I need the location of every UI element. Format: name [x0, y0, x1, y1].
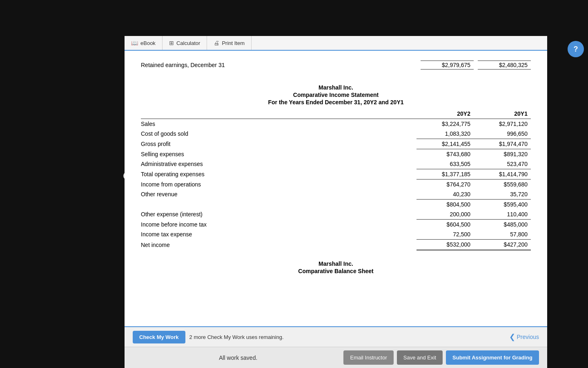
income-row-label-2: Gross profit: [141, 139, 416, 149]
help-button[interactable]: ?: [568, 41, 584, 57]
income-row-20y1-9: 110,400: [474, 209, 531, 220]
balance-company: Marshall Inc.: [141, 260, 531, 267]
footer-buttons: Email Instructor Save and Exit Submit As…: [343, 350, 539, 365]
retained-val-20y1: $2,480,325: [478, 61, 531, 70]
income-row-20y2-2: $2,141,455: [416, 139, 474, 149]
income-row-20y1-11: 57,800: [474, 229, 531, 240]
income-row-20y2-12: $532,000: [416, 240, 474, 250]
check-my-work-button[interactable]: Check My Work: [133, 331, 185, 343]
calculator-icon: ⊞: [169, 40, 174, 46]
income-row-20y2-10: $604,500: [416, 220, 474, 230]
content-area[interactable]: Retained earnings, December 31 $2,979,67…: [125, 51, 547, 326]
tab-ebook-label: eBook: [140, 40, 156, 46]
income-row-20y1-6: $559,680: [474, 180, 531, 190]
income-row-label-12: Net income: [141, 240, 416, 250]
print-icon: 🖨: [214, 40, 219, 46]
income-row-label-6: Income from operations: [141, 180, 416, 190]
tab-calculator[interactable]: ⊞ Calculator: [163, 36, 207, 50]
check-remaining-text: 2 more Check My Work uses remaining.: [189, 334, 284, 340]
income-row-20y2-6: $764,270: [416, 180, 474, 190]
income-row-20y2-8: $804,500: [416, 200, 474, 210]
submit-assignment-button[interactable]: Submit Assignment for Grading: [446, 350, 539, 365]
income-row-20y1-1: 996,650: [474, 129, 531, 139]
income-period: For the Years Ended December 31, 20Y2 an…: [141, 99, 531, 105]
col-header-20y2: 20Y2: [416, 109, 474, 119]
col-header-20y1: 20Y1: [474, 109, 531, 119]
income-row-20y1-4: 523,470: [474, 159, 531, 169]
save-exit-button[interactable]: Save and Exit: [397, 350, 443, 365]
retained-val-20y2: $2,979,675: [421, 61, 474, 70]
income-row-20y1-7: 35,720: [474, 189, 531, 200]
bottom-bar: Check My Work 2 more Check My Work uses …: [125, 326, 547, 347]
tab-print-label: Print Item: [222, 40, 245, 46]
footer-bar: All work saved. Email Instructor Save an…: [125, 347, 547, 368]
income-row-20y2-11: 72,500: [416, 229, 474, 240]
income-row-20y2-5: $1,377,185: [416, 169, 474, 180]
income-row-label-11: Income tax expense: [141, 229, 416, 240]
left-overlay: [0, 0, 125, 368]
footer-status: All work saved.: [133, 355, 343, 361]
email-instructor-button[interactable]: Email Instructor: [343, 350, 393, 365]
income-row-20y1-8: $595,400: [474, 200, 531, 210]
tab-calculator-label: Calculator: [176, 40, 200, 46]
income-row-label-5: Total operating expenses: [141, 169, 416, 180]
tab-print[interactable]: 🖨 Print Item: [207, 36, 252, 50]
income-row-label-0: Sales: [141, 119, 416, 129]
toolbar: 📖 eBook ⊞ Calculator 🖨 Print Item: [125, 36, 547, 51]
income-row-20y2-4: 633,505: [416, 159, 474, 169]
income-row-20y2-9: 200,000: [416, 209, 474, 220]
income-row-label-3: Selling expenses: [141, 149, 416, 159]
ebook-icon: 📖: [131, 40, 138, 46]
income-row-20y1-2: $1,974,470: [474, 139, 531, 149]
income-row-label-9: Other expense (interest): [141, 209, 416, 220]
chevron-left-icon: ❮: [509, 332, 515, 341]
income-row-20y1-12: $427,200: [474, 240, 531, 250]
previous-button[interactable]: ❮ Previous: [509, 332, 539, 341]
income-title: Comparative Income Statement: [141, 92, 531, 98]
income-row-label-7: Other revenue: [141, 189, 416, 200]
income-row-20y1-0: $2,971,120: [474, 119, 531, 129]
tab-ebook[interactable]: 📖 eBook: [125, 36, 163, 50]
income-row-20y1-10: $485,000: [474, 220, 531, 230]
previous-label: Previous: [517, 334, 539, 340]
income-row-label-10: Income before income tax: [141, 220, 416, 230]
income-row-20y1-5: $1,414,790: [474, 169, 531, 180]
income-row-20y2-7: 40,230: [416, 189, 474, 200]
income-row-label-1: Cost of goods sold: [141, 129, 416, 139]
income-row-label-8: [141, 200, 416, 210]
main-content: 📖 eBook ⊞ Calculator 🖨 Print Item Retain…: [125, 36, 547, 368]
balance-sheet-section: Marshall Inc. Comparative Balance Sheet: [141, 260, 531, 274]
top-overlay: [125, 0, 547, 36]
bottom-right-buttons: ❮ Previous: [509, 332, 539, 341]
income-table: 20Y2 20Y1 Sales$3,224,775$2,971,120Cost …: [141, 109, 531, 251]
income-row-20y2-3: $743,680: [416, 149, 474, 159]
income-company: Marshall Inc.: [141, 84, 531, 91]
income-row-20y2-1: 1,083,320: [416, 129, 474, 139]
income-row-20y1-3: $891,320: [474, 149, 531, 159]
income-statement: Marshall Inc. Comparative Income Stateme…: [141, 84, 531, 251]
retained-earnings-label: Retained earnings, December 31: [141, 62, 225, 68]
right-overlay: [547, 0, 588, 368]
income-row-label-4: Administrative expenses: [141, 159, 416, 169]
income-row-20y2-0: $3,224,775: [416, 119, 474, 129]
balance-title: Comparative Balance Sheet: [141, 268, 531, 274]
